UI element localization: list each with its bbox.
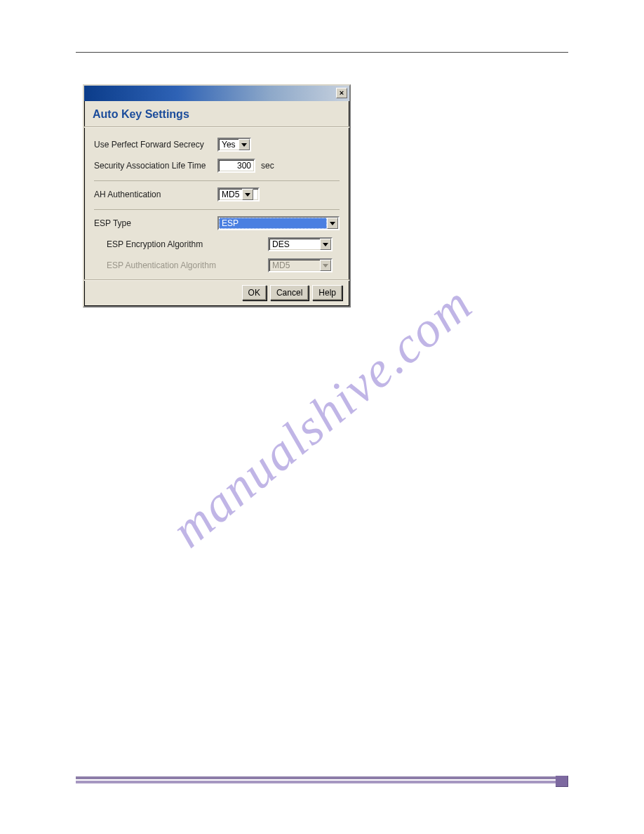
row-esp-type: ESP Type ESP bbox=[94, 213, 340, 234]
separator bbox=[94, 180, 340, 181]
pfs-label: Use Perfect Forward Secrecy bbox=[94, 140, 217, 150]
dialog-content: Use Perfect Forward Secrecy Yes Security… bbox=[84, 127, 349, 280]
chevron-down-icon bbox=[320, 239, 331, 250]
chevron-down-icon bbox=[327, 218, 338, 229]
pfs-select[interactable]: Yes bbox=[217, 138, 251, 152]
lifetime-unit: sec bbox=[261, 161, 274, 171]
page-footer bbox=[76, 776, 568, 783]
close-icon[interactable]: × bbox=[336, 88, 347, 98]
row-esp-enc: ESP Encryption Algorithm DES bbox=[94, 234, 340, 255]
cancel-button[interactable]: Cancel bbox=[270, 285, 309, 300]
esp-enc-select-value: DES bbox=[269, 239, 320, 250]
row-ah: AH Authentication MD5 bbox=[94, 184, 340, 205]
esp-enc-label: ESP Encryption Algorithm bbox=[107, 239, 268, 249]
esp-enc-select[interactable]: DES bbox=[268, 237, 333, 251]
esp-type-select[interactable]: ESP bbox=[217, 216, 340, 230]
esp-auth-select: MD5 bbox=[268, 258, 333, 272]
esp-type-select-value: ESP bbox=[219, 218, 327, 229]
ok-button[interactable]: OK bbox=[242, 285, 267, 300]
pfs-select-value: Yes bbox=[219, 139, 239, 150]
auto-key-settings-dialog: × Auto Key Settings Use Perfect Forward … bbox=[83, 84, 351, 307]
separator bbox=[94, 209, 340, 210]
chevron-down-icon bbox=[239, 139, 250, 150]
page-header-rule bbox=[76, 52, 568, 53]
row-pfs: Use Perfect Forward Secrecy Yes bbox=[94, 134, 340, 155]
ah-label: AH Authentication bbox=[94, 190, 217, 199]
dialog-title: Auto Key Settings bbox=[84, 101, 349, 127]
esp-auth-label: ESP Authentication Algorithm bbox=[107, 260, 268, 270]
ah-select[interactable]: MD5 bbox=[217, 187, 260, 201]
help-button[interactable]: Help bbox=[312, 285, 342, 300]
titlebar: × bbox=[84, 86, 349, 101]
ah-select-value: MD5 bbox=[219, 189, 242, 200]
button-row: OK Cancel Help bbox=[84, 280, 349, 306]
watermark-text: manualshive.com bbox=[161, 274, 484, 559]
row-lifetime: Security Association Life Time sec bbox=[94, 155, 340, 176]
chevron-down-icon bbox=[242, 189, 253, 200]
chevron-down-icon bbox=[320, 260, 331, 271]
esp-type-label: ESP Type bbox=[94, 218, 217, 228]
esp-auth-select-value: MD5 bbox=[269, 260, 320, 271]
lifetime-label: Security Association Life Time bbox=[94, 161, 217, 171]
row-esp-auth: ESP Authentication Algorithm MD5 bbox=[94, 255, 340, 276]
lifetime-input[interactable] bbox=[217, 159, 255, 173]
